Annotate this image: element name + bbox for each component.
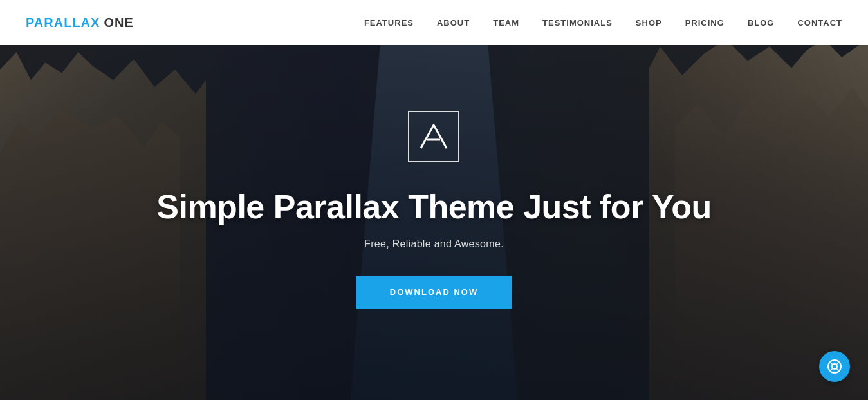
lifebuoy-icon bbox=[826, 358, 843, 375]
svg-line-6 bbox=[836, 368, 838, 370]
svg-line-4 bbox=[836, 363, 838, 365]
nav-item-testimonials[interactable]: TESTIMONIALS bbox=[542, 17, 613, 28]
nav-link-pricing[interactable]: PRICING bbox=[685, 18, 725, 28]
nav-item-team[interactable]: TEAM bbox=[493, 17, 519, 28]
hero-logo-svg bbox=[418, 120, 450, 153]
navbar: PARALLAX ONE FEATURES ABOUT TEAM TESTIMO… bbox=[0, 0, 868, 45]
nav-item-about[interactable]: ABOUT bbox=[437, 17, 470, 28]
nav-item-contact[interactable]: CONTACT bbox=[797, 17, 842, 28]
logo[interactable]: PARALLAX ONE bbox=[26, 15, 134, 30]
svg-point-1 bbox=[828, 360, 841, 373]
download-now-button[interactable]: DOWNLOAD NOW bbox=[356, 276, 512, 309]
nav-link-shop[interactable]: SHOP bbox=[636, 18, 662, 28]
svg-line-3 bbox=[831, 363, 833, 365]
nav-link-blog[interactable]: BLOG bbox=[748, 18, 775, 28]
nav-links: FEATURES ABOUT TEAM TESTIMONIALS SHOP PR… bbox=[364, 17, 842, 28]
nav-item-features[interactable]: FEATURES bbox=[364, 17, 414, 28]
nav-link-features[interactable]: FEATURES bbox=[364, 18, 414, 28]
hero-title: Simple Parallax Theme Just for You bbox=[156, 188, 711, 227]
logo-parallax: PARALLAX bbox=[26, 15, 100, 30]
svg-point-2 bbox=[832, 364, 837, 369]
help-button[interactable] bbox=[819, 351, 850, 382]
nav-link-testimonials[interactable]: TESTIMONIALS bbox=[542, 18, 613, 28]
nav-link-contact[interactable]: CONTACT bbox=[797, 18, 842, 28]
logo-one: ONE bbox=[104, 15, 133, 30]
svg-line-5 bbox=[831, 368, 833, 370]
nav-link-team[interactable]: TEAM bbox=[493, 18, 519, 28]
hero-content: Simple Parallax Theme Just for You Free,… bbox=[156, 111, 711, 309]
nav-item-shop[interactable]: SHOP bbox=[636, 17, 662, 28]
hero-subtitle: Free, Reliable and Awesome. bbox=[364, 238, 504, 250]
hero-logo-icon bbox=[408, 111, 459, 162]
hero-section: Simple Parallax Theme Just for You Free,… bbox=[0, 0, 868, 400]
nav-item-pricing[interactable]: PRICING bbox=[685, 17, 725, 28]
nav-link-about[interactable]: ABOUT bbox=[437, 18, 470, 28]
nav-item-blog[interactable]: BLOG bbox=[748, 17, 775, 28]
